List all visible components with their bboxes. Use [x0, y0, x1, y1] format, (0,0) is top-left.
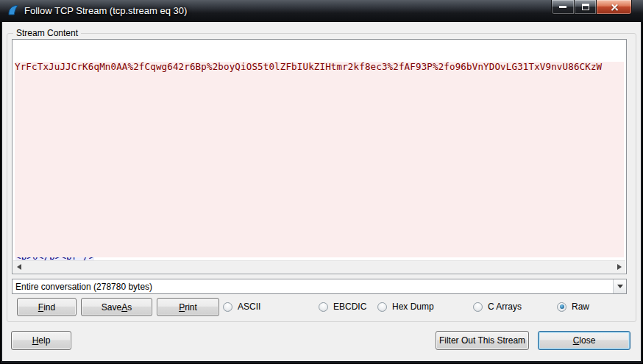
close-button[interactable]: Close [538, 331, 630, 350]
radio-label: ASCII [238, 301, 260, 312]
window-title: Follow TCP Stream (tcp.stream eq 30) [24, 5, 187, 18]
radio-label: Hex Dump [392, 301, 434, 312]
radio-ascii[interactable]: ASCII [223, 301, 260, 312]
groupbox-label: Stream Content [13, 28, 81, 38]
radio-circle-icon [473, 302, 483, 312]
save-as-button[interactable]: Save As [81, 298, 152, 316]
conversation-select-value: Entire conversation (278780 bytes) [13, 282, 613, 292]
radio-label: C Arrays [488, 301, 522, 312]
stream-line: YrFcTxJuJJCrK6qMn0AA%2fCqwg642r6Bp%2boyQ… [15, 122, 626, 132]
conversation-select[interactable]: Entire conversation (278780 bytes) [12, 279, 627, 294]
horizontal-scrollbar[interactable] [13, 260, 625, 273]
stream-line: POST /complete/index.php HTTP/1.1 [15, 42, 626, 52]
stream-text[interactable]: POST /complete/index.php HTTP/1.1Content… [13, 40, 626, 260]
radio-ebcdic[interactable]: EBCDIC [319, 301, 366, 312]
close-window-button[interactable] [597, 0, 632, 15]
radio-circle-icon [319, 302, 328, 312]
wireshark-icon [7, 4, 20, 17]
caption-buttons [551, 0, 632, 15]
dialog-body: Stream Content POST /complete/index.php … [2, 22, 641, 361]
scroll-right-arrow-icon[interactable] [614, 261, 625, 273]
filter-out-stream-button[interactable]: Filter Out This Stream [436, 331, 529, 350]
minimize-button[interactable] [551, 0, 575, 15]
help-button[interactable]: Help [11, 331, 71, 350]
radio-circle-icon [557, 302, 566, 312]
follow-tcp-stream-dialog: Follow TCP Stream (tcp.stream eq 30) Str… [0, 0, 643, 364]
radio-hex-dump[interactable]: Hex Dump [377, 301, 434, 312]
close-icon [610, 3, 619, 12]
minimize-icon [559, 6, 566, 8]
radio-circle-icon [223, 302, 232, 312]
maximize-button[interactable] [575, 0, 597, 15]
print-button[interactable]: Print [157, 298, 219, 316]
radio-label: EBCDIC [333, 301, 366, 312]
titlebar[interactable]: Follow TCP Stream (tcp.stream eq 30) [0, 0, 643, 22]
stream-controls-row: Find Save As Print ASCIIEBCDICHex DumpC … [12, 298, 630, 317]
maximize-icon [582, 4, 589, 10]
radio-label: Raw [572, 301, 589, 312]
dropdown-arrow-icon[interactable] [613, 279, 626, 293]
radio-raw[interactable]: Raw [557, 301, 589, 312]
scroll-left-arrow-icon[interactable] [13, 261, 25, 273]
radio-c-arrays[interactable]: C Arrays [473, 301, 522, 312]
radio-circle-icon [377, 302, 387, 312]
stream-content-panel: POST /complete/index.php HTTP/1.1Content… [12, 39, 627, 274]
stream-content-groupbox: Stream Content POST /complete/index.php … [7, 33, 636, 322]
find-button[interactable]: Find [17, 298, 77, 316]
